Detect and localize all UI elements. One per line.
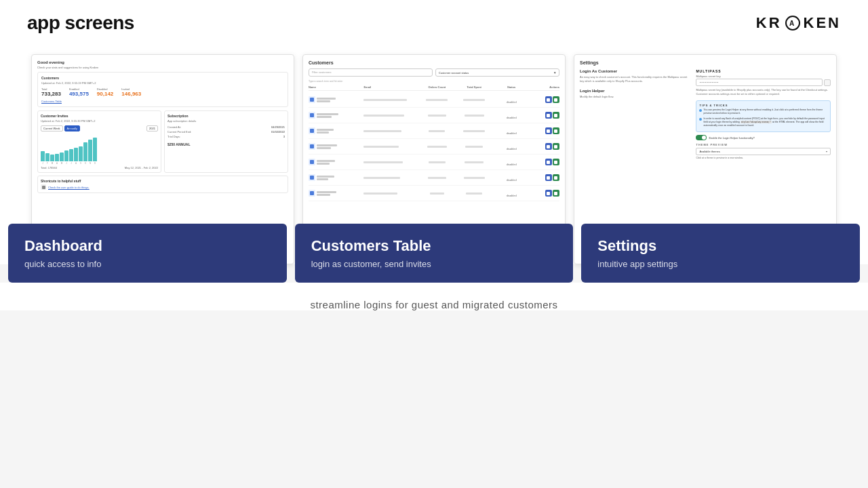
filter-current-week[interactable]: Current Week [41, 125, 63, 131]
login-action-btn[interactable] [545, 190, 552, 197]
dashboard-card-title: Dashboard [24, 237, 271, 255]
login-as-customer-section: Login As Customer An easy way to check c… [580, 69, 692, 83]
dash-subtext: Check your stats and suggestions for usi… [37, 66, 288, 69]
filter-annually[interactable]: Annually [64, 125, 80, 131]
multipass-key-row: •••••••••••••••••••• [696, 79, 831, 86]
tips-box: TIPS & TRICKS You can preview the Login … [696, 100, 831, 132]
settings-content: Login As Customer An easy way to check c… [580, 69, 831, 163]
invite-action-btn[interactable] [553, 143, 559, 150]
dash-stat-disabled: Disabled 90,142 [97, 87, 113, 97]
avatar [309, 143, 315, 150]
shortcut-item: Check the user guide to do things. [41, 184, 285, 190]
table-row: disabled [309, 123, 559, 139]
dash-row2: Customer Invites Updated at: Feb 2, 2022… [37, 110, 288, 173]
avatar [309, 112, 315, 119]
footer-text: streamline logins for guest and migrated… [310, 299, 557, 310]
invite-action-btn[interactable] [553, 96, 559, 103]
dash-subscription: Subscription App subscription details Cr… [164, 110, 288, 173]
sub-period: Current Period End: 01/02/2022 [167, 130, 285, 134]
login-action-btn[interactable] [545, 143, 552, 150]
theme-preview-section: THEME PREVIEW Available themes ▾ Click a… [696, 143, 831, 159]
toggle-knob [702, 136, 706, 140]
svg-text:A: A [789, 20, 795, 27]
dashboard-card-sub: quick access to info [24, 259, 271, 269]
invite-action-btn[interactable] [553, 190, 559, 197]
eye-icon[interactable] [824, 79, 831, 86]
logo: KR A KEN [756, 14, 841, 33]
logo-text-ken: KEN [804, 14, 841, 32]
cust-filters: Filter customers Customer account status… [309, 68, 559, 77]
theme-select[interactable]: Available themes ▾ [696, 148, 831, 155]
dash-customers-title: Customers [41, 76, 284, 80]
avatar [309, 190, 315, 197]
chart-labels: JFMAMJJASOND [41, 162, 158, 165]
dash-stat-enabled: Enabled 493,575 [69, 87, 89, 97]
dash-chart-bars [41, 134, 158, 161]
cust-header: Customers [309, 60, 559, 65]
dash-stats: Total 733,283 Enabled 493,575 Disabled 9… [41, 87, 284, 97]
footer: streamline logins for guest and migrated… [0, 283, 868, 310]
settings-card-title: Settings [597, 237, 844, 255]
login-action-btn[interactable] [545, 112, 552, 119]
settings-card-sub: intuitive app settings [597, 259, 844, 269]
multipass-key-input[interactable]: •••••••••••••••••••• [696, 79, 823, 86]
dash-invites: Customer Invites Updated at: Feb 2, 2022… [37, 110, 161, 173]
table-row: disabled [309, 170, 559, 186]
avatar [309, 96, 315, 103]
login-action-btn[interactable] [545, 174, 552, 181]
login-helper-section: Login Helper Modify the default login fl… [580, 89, 692, 99]
table-row: disabled [309, 155, 559, 170]
customers-card-title: Customers Table [311, 237, 557, 255]
table-row: disabled [309, 108, 559, 123]
dash-greeting: Good evening [37, 60, 288, 64]
invite-action-btn[interactable] [553, 174, 559, 181]
customers-table-link[interactable]: Customers Table [41, 100, 284, 103]
dash-filter-row: Current Week Annually 2021 [41, 125, 158, 131]
toggle-row: Enable the Login Helper functionality? [696, 135, 831, 140]
login-action-btn[interactable] [545, 127, 552, 134]
dashboard-card: Dashboard quick access to info [8, 224, 287, 283]
table-row: disabled [309, 186, 559, 201]
settings-card: Settings intuitive app settings [581, 224, 860, 283]
sub-created: Created At: 04/29/2021 [167, 125, 285, 129]
dash-stat-total: Total 733,283 [41, 87, 61, 97]
header: app screens KR A KEN [0, 0, 868, 41]
tip-1: You can preview the Login Helper at any … [699, 108, 827, 116]
settings-right: MULTIPASS Multipass secret key •••••••••… [696, 69, 831, 163]
year-select[interactable]: 2021 [146, 125, 158, 131]
info-icon [699, 109, 702, 112]
customers-card: Customers Table login as customer, send … [295, 224, 574, 283]
shortcuts-section: Shortcuts to helpful stuff Check the use… [37, 176, 288, 193]
table-row: disabled [309, 92, 559, 108]
status-filter-select[interactable]: Customer account status ▾ [435, 68, 559, 77]
avatar [309, 159, 315, 165]
avatar [309, 174, 315, 181]
dash-customers-updated: Updated at: Feb 2, 2022, 9:55:19 PM GMT+… [41, 81, 284, 85]
filter-customers-input[interactable]: Filter customers [309, 68, 433, 77]
login-action-btn[interactable] [545, 159, 552, 165]
tip-2: In order to avoid any flash of unstyled … [699, 117, 827, 128]
chevron-down-icon: ▾ [826, 150, 827, 153]
shortcut-icon [41, 184, 46, 190]
multipass-section: MULTIPASS Multipass secret key •••••••••… [696, 69, 831, 96]
logo-icon: A [783, 14, 802, 33]
login-helper-toggle[interactable] [696, 135, 707, 140]
logo-text-kr: KR [756, 14, 782, 32]
info-icon [699, 118, 702, 121]
overlay-cards: Dashboard quick access to info Customers… [0, 224, 868, 283]
dash-customers-section: Customers Updated at: Feb 2, 2022, 9:55:… [37, 72, 288, 107]
dash-stat-invited: Invited 146,963 [121, 87, 141, 97]
table-row: disabled [309, 139, 559, 155]
login-action-btn[interactable] [545, 96, 552, 103]
page-title: app screens [27, 12, 134, 34]
table-header: Name Email Orders Count Total Spent Stat… [309, 85, 559, 91]
invite-action-btn[interactable] [553, 112, 559, 119]
invite-action-btn[interactable] [553, 127, 559, 134]
settings-title: Settings [580, 60, 831, 65]
avatar [309, 127, 315, 134]
customers-table: Name Email Orders Count Total Spent Stat… [309, 85, 559, 201]
sub-trial: Trial Days: 3 [167, 135, 285, 138]
settings-left: Login As Customer An easy way to check c… [580, 69, 692, 163]
customers-card-sub: login as customer, send invites [311, 259, 557, 269]
invite-action-btn[interactable] [553, 159, 559, 165]
